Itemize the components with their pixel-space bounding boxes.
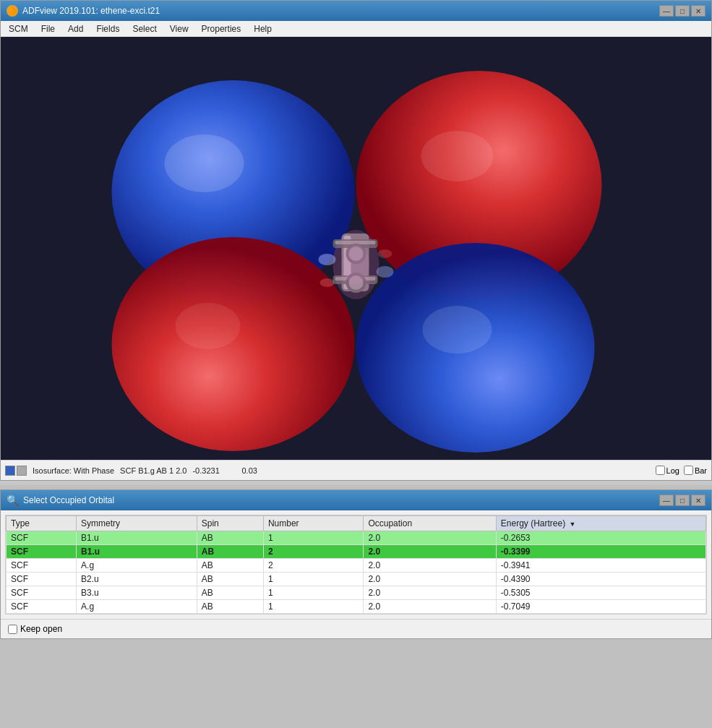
maximize-button[interactable]: □: [675, 5, 690, 17]
close-button[interactable]: ✕: [691, 5, 705, 17]
cell-number: 1: [263, 573, 364, 586]
cell-spin: AB: [197, 573, 263, 586]
col-type[interactable]: Type: [7, 516, 77, 531]
table-row[interactable]: SCFB1.uAB22.0-0.3399: [7, 545, 706, 559]
cell-spin: AB: [197, 600, 263, 614]
table-row[interactable]: SCFB3.uAB12.0-0.5305: [7, 586, 706, 600]
col-spin[interactable]: Spin: [197, 516, 263, 531]
app-icon: 🔶: [7, 5, 18, 17]
status-right: Log Bar: [656, 466, 707, 475]
orbital-minimize-button[interactable]: —: [659, 494, 674, 506]
menu-view[interactable]: View: [165, 22, 194, 36]
color-squares: [5, 466, 27, 476]
search-icon: 🔍: [7, 494, 19, 506]
cell-spin: AB: [197, 545, 263, 559]
cell-energy: -0.7049: [496, 600, 705, 614]
col-symmetry[interactable]: Symmetry: [77, 516, 197, 531]
col-energy[interactable]: Energy (Hartree) ▼: [496, 516, 705, 531]
cell-energy: -0.3941: [496, 559, 705, 573]
svg-point-19: [343, 244, 369, 285]
keep-open-label[interactable]: Keep open: [20, 624, 62, 634]
cell-energy: -0.2653: [496, 531, 705, 545]
bar-checkbox-label[interactable]: Bar: [684, 466, 707, 475]
orbital-window: 🔍 Select Occupied Orbital — □ ✕ Type Sym…: [0, 489, 712, 639]
bar-checkbox[interactable]: [684, 466, 693, 475]
table-row[interactable]: SCFA.gAB12.0-0.7049: [7, 600, 706, 614]
cell-number: 1: [263, 531, 364, 545]
cell-symmetry: B3.u: [77, 586, 197, 600]
orbital-table-container: Type Symmetry Spin Number Occupation Ene…: [5, 515, 707, 614]
keep-open-checkbox[interactable]: [8, 625, 17, 634]
menu-select[interactable]: Select: [127, 22, 161, 36]
cell-occupation: 2.0: [364, 545, 496, 559]
svg-point-1: [165, 134, 244, 192]
orbital-maximize-button[interactable]: □: [675, 494, 690, 506]
main-window: 🔶 ADFview 2019.101: ethene-exci.t21 — □ …: [0, 0, 712, 481]
viewport[interactable]: [1, 37, 711, 460]
cell-type: SCF: [7, 559, 77, 573]
cell-type: SCF: [7, 573, 77, 586]
menu-fields[interactable]: Fields: [91, 22, 124, 36]
orbital-visualization: [1, 37, 711, 460]
svg-point-5: [176, 303, 241, 349]
cell-type: SCF: [7, 545, 77, 559]
cell-symmetry: A.g: [77, 559, 197, 573]
window-separator: [0, 481, 712, 485]
gray-square: [17, 466, 27, 476]
energy-value: -0.3231: [192, 466, 236, 475]
svg-point-23: [378, 249, 393, 258]
menu-properties[interactable]: Properties: [197, 22, 246, 36]
cell-spin: AB: [197, 586, 263, 600]
cell-symmetry: B1.u: [77, 545, 197, 559]
field-label: SCF B1.g AB 1 2.0: [120, 466, 186, 475]
col-occupation[interactable]: Occupation: [364, 516, 496, 531]
cell-spin: AB: [197, 531, 263, 545]
orbital-close-button[interactable]: ✕: [691, 494, 705, 506]
iso-value: 0.03: [241, 466, 285, 475]
menu-scm[interactable]: SCM: [4, 22, 33, 36]
svg-point-22: [320, 278, 335, 287]
status-bar: Isosurface: With Phase SCF B1.g AB 1 2.0…: [1, 460, 711, 480]
orbital-title-bar: 🔍 Select Occupied Orbital — □ ✕: [1, 490, 711, 510]
log-checkbox-label[interactable]: Log: [656, 466, 679, 475]
cell-symmetry: B1.u: [77, 531, 197, 545]
menu-help[interactable]: Help: [249, 22, 277, 36]
cell-energy: -0.5305: [496, 586, 705, 600]
table-row[interactable]: SCFB2.uAB12.0-0.4390: [7, 573, 706, 586]
orbital-table-body: SCFB1.uAB12.0-0.2653SCFB1.uAB22.0-0.3399…: [7, 531, 706, 614]
cell-symmetry: A.g: [77, 600, 197, 614]
main-window-title: ADFview 2019.101: ethene-exci.t21: [22, 6, 655, 16]
isosurface-label: Isosurface: With Phase: [33, 466, 114, 475]
blue-square: [5, 466, 15, 476]
cell-occupation: 2.0: [364, 531, 496, 545]
orbital-window-controls: — □ ✕: [659, 494, 705, 506]
log-checkbox[interactable]: [656, 466, 665, 475]
table-row[interactable]: SCFB1.uAB12.0-0.2653: [7, 531, 706, 545]
svg-point-21: [377, 266, 394, 278]
table-row[interactable]: SCFA.gAB22.0-0.3941: [7, 559, 706, 573]
main-title-bar: 🔶 ADFview 2019.101: ethene-exci.t21 — □ …: [1, 1, 711, 21]
menu-add[interactable]: Add: [63, 22, 88, 36]
table-header-row: Type Symmetry Spin Number Occupation Ene…: [7, 516, 706, 531]
cell-type: SCF: [7, 531, 77, 545]
svg-point-20: [319, 254, 336, 265]
menu-file[interactable]: File: [36, 22, 60, 36]
col-number[interactable]: Number: [263, 516, 364, 531]
orbital-footer: Keep open: [1, 619, 711, 638]
cell-number: 2: [263, 545, 364, 559]
orbital-window-title: Select Occupied Orbital: [23, 495, 655, 505]
cell-spin: AB: [197, 559, 263, 573]
cell-occupation: 2.0: [364, 573, 496, 586]
cell-symmetry: B2.u: [77, 573, 197, 586]
minimize-button[interactable]: —: [659, 5, 674, 17]
cell-occupation: 2.0: [364, 559, 496, 573]
svg-point-3: [421, 131, 494, 181]
cell-energy: -0.4390: [496, 573, 705, 586]
sort-arrow-icon: ▼: [570, 521, 576, 528]
cell-occupation: 2.0: [364, 600, 496, 614]
cell-number: 2: [263, 559, 364, 573]
orbital-table: Type Symmetry Spin Number Occupation Ene…: [6, 515, 706, 614]
svg-point-4: [112, 237, 355, 451]
main-window-controls: — □ ✕: [659, 5, 705, 17]
cell-occupation: 2.0: [364, 586, 496, 600]
